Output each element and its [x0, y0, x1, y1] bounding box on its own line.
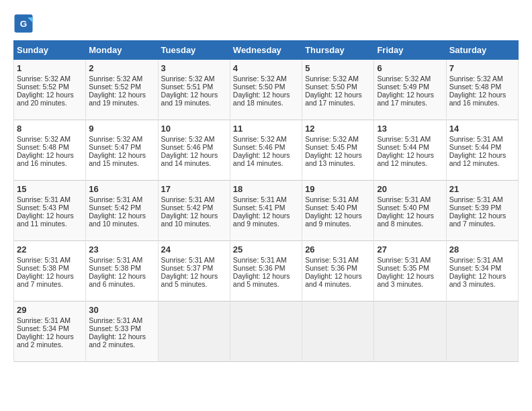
- day-number: 11: [233, 124, 299, 134]
- day-info: Sunrise: 5:32 AM: [89, 75, 154, 83]
- weekday-header: Thursday: [302, 41, 374, 60]
- day-info: Sunrise: 5:32 AM: [89, 135, 154, 143]
- day-info: Sunrise: 5:31 AM: [233, 195, 299, 203]
- day-number: 10: [161, 124, 227, 134]
- calendar-cell: 14Sunrise: 5:31 AMSunset: 5:44 PMDayligh…: [446, 120, 518, 181]
- day-info: Daylight: 12 hours: [449, 272, 515, 280]
- day-info: and 7 minutes.: [17, 280, 83, 288]
- calendar-cell: 15Sunrise: 5:31 AMSunset: 5:43 PMDayligh…: [14, 181, 86, 241]
- day-info: Sunrise: 5:32 AM: [305, 75, 371, 83]
- day-info: Sunrise: 5:31 AM: [161, 256, 227, 264]
- day-info: Daylight: 12 hours: [161, 91, 227, 99]
- day-number: 21: [449, 184, 515, 194]
- day-info: Sunrise: 5:32 AM: [17, 75, 83, 83]
- day-info: Sunset: 5:49 PM: [377, 83, 443, 91]
- weekday-header: Tuesday: [158, 41, 230, 60]
- weekday-header: Monday: [86, 41, 158, 60]
- day-number: 7: [449, 63, 515, 73]
- day-number: 22: [17, 244, 83, 255]
- day-info: Sunrise: 5:31 AM: [233, 256, 299, 264]
- day-info: and 3 minutes.: [449, 280, 515, 288]
- day-info: Sunrise: 5:32 AM: [233, 135, 299, 143]
- calendar-cell: 9Sunrise: 5:32 AMSunset: 5:47 PMDaylight…: [86, 120, 158, 181]
- weekday-header: Friday: [374, 41, 446, 60]
- day-info: Sunset: 5:42 PM: [161, 203, 227, 212]
- day-number: 12: [305, 124, 371, 134]
- day-info: Daylight: 12 hours: [89, 332, 154, 340]
- calendar-cell: 27Sunrise: 5:31 AMSunset: 5:35 PMDayligh…: [374, 241, 446, 302]
- calendar-week-row: 15Sunrise: 5:31 AMSunset: 5:43 PMDayligh…: [14, 181, 519, 241]
- calendar-cell: 6Sunrise: 5:32 AMSunset: 5:49 PMDaylight…: [374, 60, 446, 120]
- day-info: Sunrise: 5:32 AM: [17, 135, 83, 143]
- day-info: Sunrise: 5:32 AM: [449, 75, 515, 83]
- day-info: Sunrise: 5:31 AM: [449, 135, 515, 143]
- day-info: Sunset: 5:41 PM: [233, 203, 299, 212]
- day-info: and 7 minutes.: [449, 220, 515, 228]
- day-info: Daylight: 12 hours: [449, 151, 515, 159]
- day-info: and 12 minutes.: [449, 159, 515, 167]
- day-number: 14: [449, 124, 515, 134]
- day-info: Sunset: 5:36 PM: [233, 264, 299, 272]
- day-number: 20: [377, 184, 443, 194]
- day-info: Sunset: 5:44 PM: [377, 143, 443, 151]
- day-info: and 10 minutes.: [89, 220, 154, 228]
- day-info: Sunset: 5:48 PM: [17, 143, 83, 151]
- day-info: Daylight: 12 hours: [89, 272, 154, 280]
- day-info: Daylight: 12 hours: [449, 91, 515, 99]
- day-info: Daylight: 12 hours: [89, 151, 154, 159]
- day-info: Sunset: 5:45 PM: [305, 143, 371, 151]
- page-header: G: [13, 13, 519, 34]
- day-number: 27: [377, 244, 443, 255]
- day-info: and 17 minutes.: [305, 99, 371, 107]
- day-info: and 19 minutes.: [89, 99, 154, 107]
- day-info: Sunset: 5:42 PM: [89, 203, 154, 212]
- day-info: Daylight: 12 hours: [17, 212, 83, 220]
- day-info: Sunrise: 5:31 AM: [305, 195, 371, 203]
- day-info: Daylight: 12 hours: [161, 272, 227, 280]
- calendar-cell: [158, 302, 230, 362]
- calendar-cell: [230, 302, 302, 362]
- day-info: Sunrise: 5:31 AM: [449, 195, 515, 203]
- day-info: Daylight: 12 hours: [233, 91, 299, 99]
- weekday-header: Wednesday: [230, 41, 302, 60]
- day-info: and 3 minutes.: [377, 280, 443, 288]
- day-info: Daylight: 12 hours: [305, 272, 371, 280]
- calendar-cell: 17Sunrise: 5:31 AMSunset: 5:42 PMDayligh…: [158, 181, 230, 241]
- day-info: and 10 minutes.: [161, 220, 227, 228]
- calendar-cell: 11Sunrise: 5:32 AMSunset: 5:46 PMDayligh…: [230, 120, 302, 181]
- day-info: Daylight: 12 hours: [377, 91, 443, 99]
- day-info: Sunset: 5:43 PM: [17, 203, 83, 212]
- day-info: Sunset: 5:52 PM: [89, 83, 154, 91]
- calendar-cell: 21Sunrise: 5:31 AMSunset: 5:39 PMDayligh…: [446, 181, 518, 241]
- day-info: Daylight: 12 hours: [233, 272, 299, 280]
- day-info: and 20 minutes.: [17, 99, 83, 107]
- calendar-body: 1Sunrise: 5:32 AMSunset: 5:52 PMDaylight…: [14, 60, 519, 362]
- calendar-cell: 19Sunrise: 5:31 AMSunset: 5:40 PMDayligh…: [302, 181, 374, 241]
- calendar-cell: 4Sunrise: 5:32 AMSunset: 5:50 PMDaylight…: [230, 60, 302, 120]
- day-info: Daylight: 12 hours: [17, 151, 83, 159]
- day-info: Sunrise: 5:32 AM: [161, 75, 227, 83]
- day-info: Sunset: 5:36 PM: [305, 264, 371, 272]
- day-info: Daylight: 12 hours: [161, 212, 227, 220]
- day-number: 23: [89, 244, 154, 255]
- day-info: Sunset: 5:44 PM: [449, 143, 515, 151]
- calendar-cell: 22Sunrise: 5:31 AMSunset: 5:38 PMDayligh…: [14, 241, 86, 302]
- day-info: and 6 minutes.: [89, 280, 154, 288]
- calendar-cell: [374, 302, 446, 362]
- calendar-cell: 7Sunrise: 5:32 AMSunset: 5:48 PMDaylight…: [446, 60, 518, 120]
- day-info: Daylight: 12 hours: [377, 212, 443, 220]
- day-info: and 2 minutes.: [89, 340, 154, 349]
- calendar-week-row: 8Sunrise: 5:32 AMSunset: 5:48 PMDaylight…: [14, 120, 519, 181]
- day-info: and 13 minutes.: [305, 159, 371, 167]
- day-info: Daylight: 12 hours: [305, 91, 371, 99]
- day-number: 9: [89, 124, 154, 134]
- day-info: Sunset: 5:48 PM: [449, 83, 515, 91]
- calendar-cell: 3Sunrise: 5:32 AMSunset: 5:51 PMDaylight…: [158, 60, 230, 120]
- day-info: Daylight: 12 hours: [17, 91, 83, 99]
- day-info: and 16 minutes.: [17, 159, 83, 167]
- day-info: Sunset: 5:51 PM: [161, 83, 227, 91]
- day-info: and 5 minutes.: [161, 280, 227, 288]
- logo: G: [13, 13, 36, 34]
- day-info: Sunset: 5:34 PM: [17, 324, 83, 332]
- day-info: Daylight: 12 hours: [161, 151, 227, 159]
